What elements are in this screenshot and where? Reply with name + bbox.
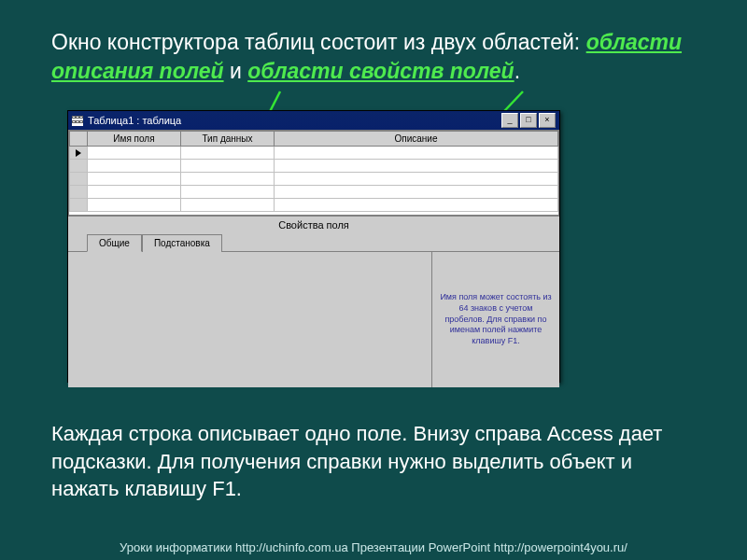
field-grid[interactable]: Имя поля Тип данных Описание bbox=[68, 130, 559, 216]
table-row bbox=[70, 160, 558, 173]
table-designer-window: Таблица1 : таблица _ □ × Имя поля Тип да… bbox=[67, 110, 560, 383]
col-description: Описание bbox=[275, 132, 558, 147]
tab-general[interactable]: Общие bbox=[87, 234, 142, 252]
slide-heading: Окно конструктора таблиц состоит из двух… bbox=[51, 28, 696, 86]
heading-mid: и bbox=[224, 59, 248, 83]
table-row bbox=[70, 186, 558, 199]
heading-link2: области свойств полей bbox=[247, 59, 514, 83]
maximize-button[interactable]: □ bbox=[520, 113, 537, 128]
table-row bbox=[70, 199, 558, 212]
heading-post: . bbox=[514, 59, 520, 83]
window-titlebar: Таблица1 : таблица _ □ × bbox=[68, 111, 559, 130]
field-properties-label: Свойства поля bbox=[68, 216, 559, 233]
slide-footer: Уроки информатики http://uchinfo.com.ua … bbox=[0, 540, 747, 554]
minimize-button[interactable]: _ bbox=[501, 113, 518, 128]
window-title: Таблица1 : таблица bbox=[88, 115, 181, 126]
close-button[interactable]: × bbox=[539, 113, 556, 128]
hint-panel: Имя поля может состоять из 64 знаков с у… bbox=[432, 252, 559, 387]
properties-panel[interactable] bbox=[68, 252, 432, 387]
hint-text: Имя поля может состоять из 64 знаков с у… bbox=[440, 292, 552, 346]
tab-lookup[interactable]: Подстановка bbox=[142, 234, 222, 252]
table-row bbox=[70, 173, 558, 186]
table-row bbox=[70, 147, 558, 160]
table-icon bbox=[72, 116, 83, 126]
col-data-type: Тип данных bbox=[181, 132, 275, 147]
current-row-icon bbox=[76, 149, 81, 157]
heading-pre: Окно конструктора таблиц состоит из двух… bbox=[51, 30, 586, 54]
col-field-name: Имя поля bbox=[88, 132, 181, 147]
slide-description: Каждая строка описывает одно поле. Внизу… bbox=[51, 420, 696, 503]
